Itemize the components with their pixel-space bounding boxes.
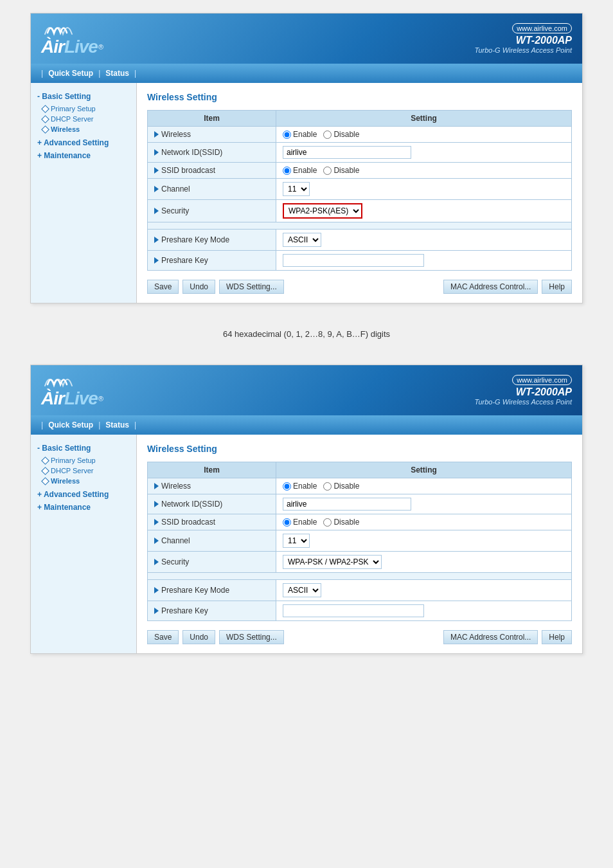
content-title-1: Wireless Setting [147,92,572,102]
preshare-mode-select[interactable]: ASCII HEX [283,233,321,247]
ssid-input-2[interactable] [283,498,411,511]
sidebar-item-dhcp-server-2[interactable]: DHCP Server [37,466,130,476]
nav-separator-5: | [98,420,100,429]
panel-body-2: - Basic Setting Primary Setup DHCP Serve… [31,435,582,653]
nav-quick-setup[interactable]: Quick Setup [46,68,96,79]
security-select-2[interactable]: WPA-PSK / WPA2-PSK WPA2-PSK(AES) None [283,555,382,569]
undo-button-2[interactable]: Undo [182,630,215,644]
nav-status[interactable]: Status [103,68,132,79]
wireless-radio-group: Enable Disable [283,130,565,139]
security-select[interactable]: WPA2-PSK(AES) WPA-PSK None [283,203,362,219]
ssid-broadcast-enable-radio[interactable] [283,167,291,175]
arrow-preshare-key [154,257,159,264]
sidebar-advanced-title-2[interactable]: + Advanced Setting [37,490,130,499]
nav-status-2[interactable]: Status [103,419,132,431]
nav-separator-3: | [134,69,136,78]
col-setting-2: Setting [276,462,572,478]
nav-quick-setup-2[interactable]: Quick Setup [46,419,96,431]
wireless-enable-label-2[interactable]: Enable [283,482,317,491]
save-button-2[interactable]: Save [147,630,179,644]
wireless-enable-label[interactable]: Enable [283,130,317,139]
ssid-broadcast-disable-label-2[interactable]: Disable [323,518,359,527]
wireless-disable-radio[interactable] [323,131,332,139]
header-desc-2: Turbo-G Wireless Access Point [475,398,573,406]
save-button[interactable]: Save [147,280,179,294]
arrow-ssid-broadcast-2 [154,519,159,525]
wireless-disable-radio-2[interactable] [323,482,332,491]
row-label-channel: Channel [154,185,269,194]
content-title-2: Wireless Setting [147,444,572,454]
router-panel-2: Àir Live ® www.airlive.com WT-2000AP Tur… [30,365,583,654]
logo-2: Àir Live ® [41,372,103,409]
wds-setting-button-2[interactable]: WDS Setting... [219,630,284,644]
help-button-2[interactable]: Help [542,630,572,644]
table-row-ssid-broadcast: SSID broadcast Enable Disable [148,163,572,179]
sidebar-item-wireless[interactable]: Wireless [37,124,130,134]
sidebar-item-dhcp-server[interactable]: DHCP Server [37,114,130,124]
row-label-ssid-2: Network ID(SSID) [154,500,269,509]
ssid-broadcast-enable-label-2[interactable]: Enable [283,518,317,527]
table-row-channel-2: Channel 11 [148,530,572,552]
sidebar-item-primary-setup[interactable]: Primary Setup [37,104,130,114]
help-button[interactable]: Help [542,280,572,294]
table-row-wireless-2: Wireless Enable Disable [148,478,572,494]
table-row-channel: Channel 11 [148,179,572,200]
channel-select[interactable]: 11 [283,182,310,196]
mac-address-button[interactable]: MAC Address Control... [443,280,538,294]
sidebar-basic-title[interactable]: - Basic Setting [37,92,130,101]
sidebar-advanced-title[interactable]: + Advanced Setting [37,138,130,147]
logo-reg-2: ® [98,395,103,402]
ssid-broadcast-enable-radio-2[interactable] [283,518,291,527]
button-row-2: Save Undo WDS Setting... MAC Address Con… [147,630,572,644]
empty-row-2 [148,573,572,580]
row-label-wireless: Wireless [154,130,269,139]
sidebar-maintenance-title-2[interactable]: + Maintenance [37,503,130,512]
diamond-icon-primary-2 [41,457,49,465]
preshare-key-input-2[interactable] [283,604,424,617]
sidebar-basic-title-2[interactable]: - Basic Setting [37,444,130,453]
row-label-preshare-mode: Preshare Key Mode [154,235,269,244]
preshare-mode-select-2[interactable]: ASCII HEX [283,583,321,597]
sidebar-maintenance-title[interactable]: + Maintenance [37,151,130,160]
header-website-2: www.airlive.com [512,375,572,385]
header-info: www.airlive.com WT-2000AP Turbo-G Wirele… [475,23,573,54]
page-container: Àir Live ® www.airlive.com WT-2000AP Tur… [13,13,600,654]
diamond-icon-dhcp-2 [41,467,49,475]
nav-separator-1: | [41,69,43,78]
ssid-broadcast-disable-label[interactable]: Disable [323,166,359,175]
arrow-ssid-2 [154,501,159,507]
header-info-2: www.airlive.com WT-2000AP Turbo-G Wirele… [475,375,573,406]
nav-bar: | Quick Setup | Status | [31,64,582,83]
channel-select-2[interactable]: 11 [283,534,310,548]
ssid-broadcast-disable-radio-2[interactable] [323,518,332,527]
logo-text-area: Àir Live ® [41,37,103,57]
logo-live-2: Live [64,388,98,409]
row-label-ssid-broadcast: SSID broadcast [154,166,269,175]
wireless-disable-label-2[interactable]: Disable [323,482,359,491]
preshare-key-input[interactable] [283,254,424,267]
ssid-broadcast-disable-radio[interactable] [323,167,332,175]
settings-table-1: Item Setting Wireless Enable Disable [147,110,572,271]
table-row-security: Security WPA2-PSK(AES) WPA-PSK None [148,200,572,222]
sidebar-1: - Basic Setting Primary Setup DHCP Serve… [31,83,137,303]
wireless-disable-label[interactable]: Disable [323,130,359,139]
sidebar-item-wireless-2[interactable]: Wireless [37,476,130,486]
col-item-2: Item [148,462,276,478]
ssid-input[interactable] [283,146,411,159]
undo-button[interactable]: Undo [182,280,215,294]
wireless-enable-radio[interactable] [283,131,291,139]
wireless-radio-group-2: Enable Disable [283,482,565,491]
wireless-enable-radio-2[interactable] [283,482,291,491]
ssid-broadcast-radio-group: Enable Disable [283,166,565,175]
mac-address-button-2[interactable]: MAC Address Control... [443,630,538,644]
ssid-broadcast-enable-label[interactable]: Enable [283,166,317,175]
arrow-security [154,208,159,214]
logo-air: Àir [41,37,64,57]
sidebar-maintenance-section-2: + Maintenance [37,503,130,512]
nav-separator-2: | [98,69,100,78]
sidebar-basic-section: - Basic Setting Primary Setup DHCP Serve… [37,92,130,134]
arrow-channel [154,186,159,192]
arrow-preshare-mode [154,237,159,243]
wds-setting-button[interactable]: WDS Setting... [219,280,284,294]
sidebar-item-primary-setup-2[interactable]: Primary Setup [37,455,130,466]
